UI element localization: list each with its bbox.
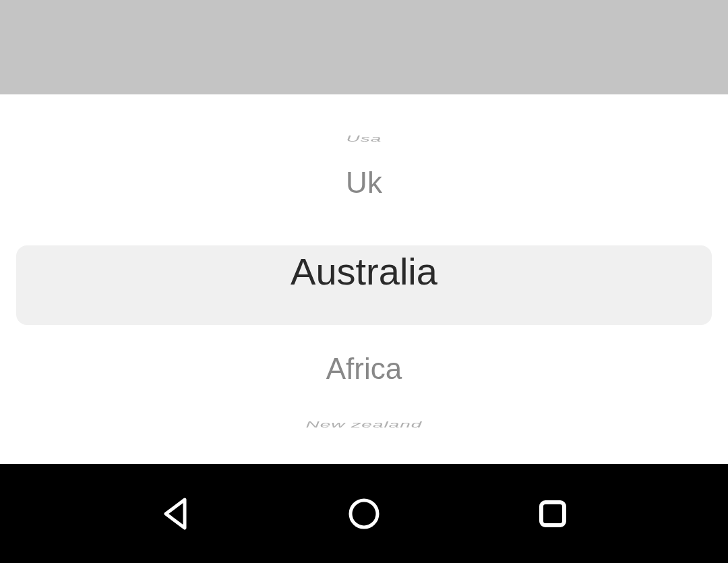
back-icon <box>160 497 190 531</box>
picker-option-far-below[interactable]: New zealand <box>16 420 712 429</box>
recent-apps-button[interactable] <box>533 494 573 534</box>
status-bar-area <box>0 0 728 94</box>
picker-option-far-above[interactable]: Usa <box>16 134 712 144</box>
recent-apps-icon <box>537 498 569 530</box>
svg-point-0 <box>351 500 377 527</box>
picker-option-above[interactable]: Uk <box>16 166 712 200</box>
svg-rect-1 <box>541 502 564 525</box>
navigation-bar <box>0 464 728 563</box>
picker-selected-label: Australia <box>291 249 437 293</box>
picker-option-selected[interactable]: Australia <box>16 245 712 325</box>
home-button[interactable] <box>344 494 384 534</box>
picker-option-below[interactable]: Africa <box>16 352 712 386</box>
back-button[interactable] <box>155 494 195 534</box>
home-icon <box>347 497 381 531</box>
country-picker[interactable]: Usa Uk Australia Africa New zealand <box>0 94 728 464</box>
